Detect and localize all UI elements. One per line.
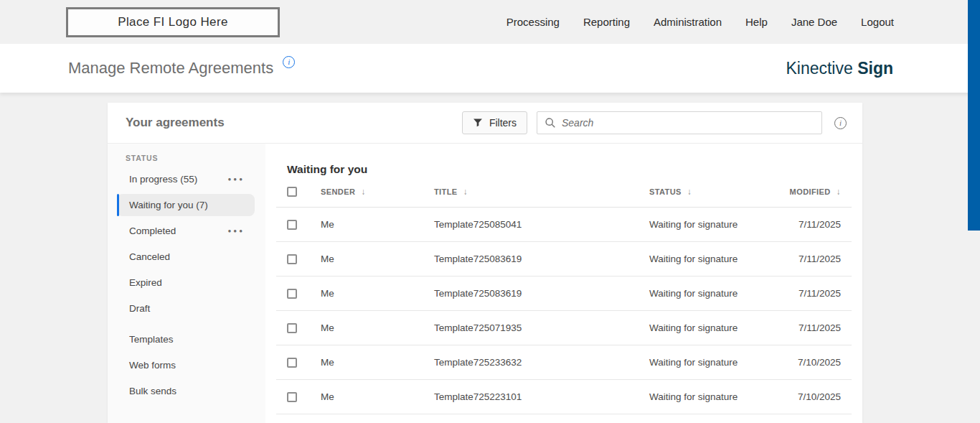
more-options-icon[interactable]: ●●●: [228, 228, 245, 234]
cell-status: Waiting for signature: [649, 322, 764, 333]
sidebar-item-templates[interactable]: Templates: [117, 328, 255, 350]
row-checkbox[interactable]: [287, 323, 297, 333]
cell-status: Waiting for signature: [649, 357, 764, 368]
nav-item-administration[interactable]: Administration: [654, 16, 722, 28]
more-options-icon[interactable]: ●●●: [228, 176, 245, 182]
cell-sender: Me: [321, 254, 434, 264]
cell-modified: 7/11/2025: [764, 219, 841, 230]
fi-logo-text: Place FI Logo Here: [118, 15, 228, 29]
search-box: [537, 111, 822, 134]
row-checkbox[interactable]: [287, 254, 297, 264]
filters-button[interactable]: Filters: [462, 111, 527, 134]
panel-title: Your agreements: [126, 116, 225, 130]
nav-item-jane-doe[interactable]: Jane Doe: [791, 16, 837, 28]
brand-name: Kinective: [786, 59, 852, 78]
table-header-row: SENDER↓ TITLE↓ STATUS↓ MODIFIED↓: [276, 176, 852, 208]
sidebar-item-waiting-for-you-7[interactable]: Waiting for you (7): [117, 194, 255, 216]
nav-item-processing[interactable]: Processing: [507, 16, 560, 28]
table-row[interactable]: Me Template725233632 Waiting for signatu…: [276, 345, 852, 380]
page-header: Manage Remote Agreements i Kinective Sig…: [0, 44, 980, 93]
row-checkbox[interactable]: [287, 358, 297, 368]
sidebar-item-draft[interactable]: Draft: [117, 297, 255, 320]
agreements-info-icon[interactable]: i: [834, 117, 847, 129]
sidebar-item-label: Expired: [129, 277, 162, 288]
cell-modified: 7/11/2025: [764, 254, 841, 264]
filters-button-label: Filters: [489, 117, 517, 129]
other-filter-list: Templates Web forms Bulk sends: [108, 328, 265, 402]
agreements-card: Your agreements Filters i STATUS In prog…: [108, 103, 862, 423]
cell-sender: Me: [321, 288, 434, 299]
filter-funnel-icon: [473, 118, 483, 128]
brand-product: Sign: [857, 59, 893, 78]
sidebar-item-label: In progress (55): [129, 174, 197, 185]
column-header-status[interactable]: STATUS↓: [649, 187, 764, 197]
sidebar-item-label: Web forms: [129, 360, 176, 371]
table-title: Waiting for you: [287, 163, 852, 176]
sidebar-item-label: Templates: [129, 334, 174, 345]
column-header-title[interactable]: TITLE↓: [434, 187, 649, 197]
nav-item-reporting[interactable]: Reporting: [583, 16, 630, 28]
sort-desc-icon[interactable]: ↓: [837, 187, 841, 197]
table-row[interactable]: Me Template725223101 Waiting for signatu…: [276, 380, 852, 414]
sidebar-item-expired[interactable]: Expired: [117, 271, 255, 294]
sidebar-item-in-progress-55[interactable]: In progress (55) ●●●: [117, 168, 255, 190]
sidebar-item-label: Waiting for you (7): [129, 200, 208, 210]
cell-title: Template725083619: [434, 254, 649, 264]
card-body: STATUS In progress (55) ●●● Waiting for …: [108, 144, 862, 423]
table-row[interactable]: Me Template725083619 Waiting for signatu…: [276, 242, 852, 276]
cell-status: Waiting for signature: [649, 254, 764, 264]
cell-modified: 7/10/2025: [764, 357, 841, 368]
cell-status: Waiting for signature: [649, 391, 764, 402]
cell-status: Waiting for signature: [649, 288, 764, 299]
table-row[interactable]: Me Template725071935 Waiting for signatu…: [276, 311, 852, 345]
sidebar-item-web-forms[interactable]: Web forms: [117, 354, 255, 376]
column-header-modified[interactable]: MODIFIED↓: [764, 187, 841, 197]
top-bar: Place FI Logo Here ProcessingReportingAd…: [0, 0, 980, 44]
cell-sender: Me: [321, 357, 434, 368]
cell-title: Template725223101: [434, 391, 649, 402]
sidebar-item-label: Draft: [129, 303, 150, 314]
agreements-sidebar: STATUS In progress (55) ●●● Waiting for …: [108, 144, 265, 423]
table-row[interactable]: Me Template725085041 Waiting for signatu…: [276, 208, 852, 242]
sidebar-item-completed[interactable]: Completed ●●●: [117, 220, 255, 242]
cell-sender: Me: [321, 391, 434, 402]
sort-desc-icon[interactable]: ↓: [687, 187, 692, 197]
cell-title: Template725085041: [434, 219, 649, 230]
select-all-checkbox[interactable]: [287, 187, 297, 197]
cell-title: Template725071935: [434, 322, 649, 333]
sidebar-section-label: STATUS: [126, 154, 265, 162]
nav-item-help[interactable]: Help: [745, 16, 768, 28]
fi-logo-placeholder: Place FI Logo Here: [66, 7, 280, 37]
cell-title: Template725083619: [434, 288, 649, 299]
sort-desc-icon[interactable]: ↓: [463, 187, 468, 197]
page-title-info-icon[interactable]: i: [283, 56, 295, 68]
column-header-sender[interactable]: SENDER↓: [321, 187, 434, 197]
search-input[interactable]: [562, 117, 814, 129]
cell-modified: 7/10/2025: [764, 391, 841, 402]
agreements-table-area: Waiting for you SENDER↓ TITLE↓ STATUS↓ M…: [265, 144, 862, 423]
cell-status: Waiting for signature: [649, 219, 764, 230]
table-body: Me Template725085041 Waiting for signatu…: [276, 208, 852, 414]
row-checkbox[interactable]: [287, 392, 297, 402]
cell-sender: Me: [321, 322, 434, 333]
nav-item-logout[interactable]: Logout: [861, 16, 894, 28]
row-checkbox[interactable]: [287, 220, 297, 230]
cell-title: Template725233632: [434, 357, 649, 368]
sidebar-item-label: Completed: [129, 226, 176, 236]
sidebar-item-label: Canceled: [129, 251, 170, 262]
cell-modified: 7/11/2025: [764, 322, 841, 333]
sidebar-item-canceled[interactable]: Canceled: [117, 246, 255, 268]
brand-logo: Kinective Sign: [786, 59, 893, 78]
status-filter-list: In progress (55) ●●● Waiting for you (7)…: [108, 168, 265, 320]
table-row[interactable]: Me Template725083619 Waiting for signatu…: [276, 276, 852, 311]
row-checkbox[interactable]: [287, 289, 297, 299]
top-nav: ProcessingReportingAdministrationHelpJan…: [507, 16, 894, 28]
page-title: Manage Remote Agreements: [68, 59, 273, 78]
sidebar-item-bulk-sends[interactable]: Bulk sends: [117, 380, 255, 402]
sidebar-item-label: Bulk sends: [129, 386, 176, 396]
cell-sender: Me: [321, 219, 434, 230]
search-icon: [545, 117, 556, 129]
card-header: Your agreements Filters i: [108, 103, 862, 144]
sort-desc-icon[interactable]: ↓: [361, 187, 365, 197]
right-edge-accent-strip: [968, 0, 980, 231]
